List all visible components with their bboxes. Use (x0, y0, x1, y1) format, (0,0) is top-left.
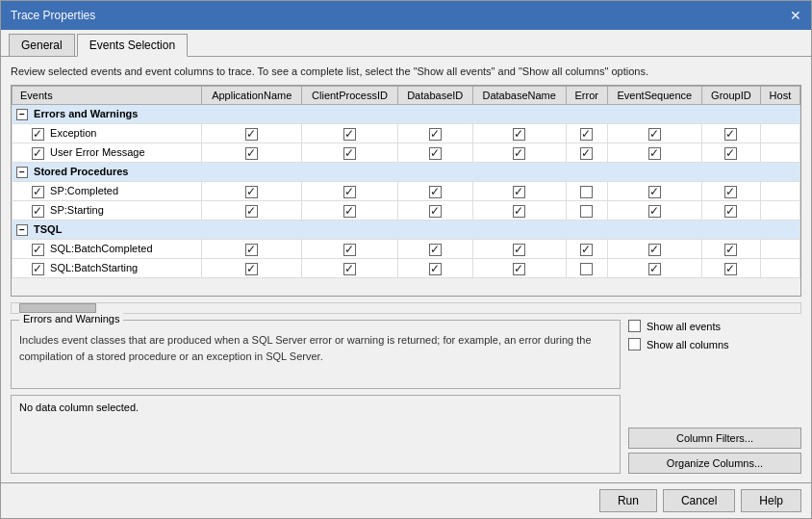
spcompleted-groupid-check[interactable] (724, 186, 737, 198)
event-usererror-check[interactable] (32, 147, 44, 160)
event-spstarting-name: SP:Starting (13, 201, 202, 221)
group-tsql-label: − TSQL (13, 221, 800, 240)
title-bar: Trace Properties ✕ (1, 1, 811, 30)
exception-error-check[interactable] (580, 128, 593, 141)
col-groupid: GroupID (702, 87, 761, 105)
exception-appname-check[interactable] (245, 128, 258, 141)
exception-clientpid-check[interactable] (343, 128, 356, 141)
show-all-columns-label: Show all columns (647, 339, 729, 350)
tab-bar: General Events Selection (1, 30, 811, 57)
group-storedproc-label: − Stored Procedures (13, 163, 800, 182)
spcompleted-clientpid-check[interactable] (343, 186, 356, 198)
scrollbar-thumb[interactable] (19, 303, 96, 313)
sqlbatchs-eventseq-check[interactable] (648, 263, 661, 275)
col-appname: ApplicationName (202, 87, 302, 105)
expand-tsql[interactable]: − (16, 224, 28, 236)
column-filters-button[interactable]: Column Filters... (628, 428, 801, 449)
exception-dbid-check[interactable] (429, 128, 442, 141)
event-spcompleted-check[interactable] (32, 186, 44, 198)
spstarting-eventseq-check[interactable] (648, 205, 661, 218)
exception-dbname-check[interactable] (513, 128, 525, 141)
event-spstarting-check[interactable] (32, 205, 44, 218)
event-spcompleted-name: SP:Completed (13, 182, 202, 201)
sqlbatchs-dbname-check[interactable] (513, 263, 525, 275)
spcompleted-error-check[interactable] (580, 186, 593, 198)
spstarting-clientpid-check[interactable] (343, 205, 356, 218)
usererror-dbid-check[interactable] (429, 147, 442, 160)
event-sqlbatchcompleted-check[interactable] (32, 244, 44, 256)
cancel-button[interactable]: Cancel (663, 489, 735, 512)
sqlbatch-dbid-check[interactable] (429, 244, 442, 256)
usererror-clientpid-check[interactable] (343, 147, 356, 160)
show-all-events-label: Show all events (647, 321, 721, 332)
sqlbatchs-groupid-check[interactable] (724, 263, 737, 275)
usererror-error-check[interactable] (580, 147, 593, 160)
sqlbatch-eventseq-check[interactable] (648, 244, 661, 256)
help-button[interactable]: Help (741, 489, 801, 512)
expand-storedproc[interactable]: − (16, 167, 28, 178)
sqlbatch-appname-check[interactable] (245, 244, 258, 256)
col-host: Host (760, 87, 799, 105)
close-button[interactable]: ✕ (790, 9, 801, 22)
trace-properties-window: Trace Properties ✕ General Events Select… (0, 0, 812, 519)
usererror-eventseq-check[interactable] (648, 147, 661, 160)
sqlbatch-groupid-check[interactable] (724, 244, 737, 256)
right-panel: Show all events Show all columns Column … (628, 320, 801, 474)
data-column-text: No data column selected. (19, 402, 139, 413)
col-error: Error (566, 87, 607, 105)
show-all-columns-checkbox[interactable] (628, 338, 641, 350)
sqlbatchs-dbid-check[interactable] (429, 263, 442, 275)
sqlbatchs-appname-check[interactable] (245, 263, 258, 275)
event-exception-check[interactable] (32, 128, 44, 141)
event-sqlbatchstarting-check[interactable] (32, 263, 44, 275)
event-usererror-name: User Error Message (13, 143, 202, 163)
show-all-columns-option: Show all columns (628, 338, 801, 350)
sqlbatch-dbname-check[interactable] (513, 244, 525, 256)
col-eventseq: EventSequence (607, 87, 701, 105)
col-events: Events (13, 87, 202, 105)
col-dbname: DatabaseName (472, 87, 566, 105)
show-all-events-checkbox[interactable] (628, 320, 641, 332)
horizontal-scrollbar[interactable] (11, 302, 801, 314)
sqlbatch-error-check[interactable] (580, 244, 593, 256)
spcompleted-appname-check[interactable] (245, 186, 258, 198)
spstarting-error-check[interactable] (580, 205, 593, 218)
events-table: Events ApplicationName ClientProcessID D… (12, 86, 800, 278)
sqlbatchs-error-check[interactable] (580, 263, 593, 275)
sqlbatch-clientpid-check[interactable] (343, 244, 356, 256)
table-row: User Error Message (13, 143, 800, 163)
action-buttons: Column Filters... Organize Columns... (628, 428, 801, 474)
spcompleted-dbid-check[interactable] (429, 186, 442, 198)
window-title: Trace Properties (11, 9, 95, 22)
expand-errors-warnings[interactable]: − (16, 109, 28, 120)
spstarting-appname-check[interactable] (245, 205, 258, 218)
table-row: SQL:BatchStarting (13, 259, 800, 278)
sqlbatchs-clientpid-check[interactable] (343, 263, 356, 275)
info-panel: Errors and Warnings Includes event class… (11, 320, 621, 474)
events-table-container[interactable]: Events ApplicationName ClientProcessID D… (11, 85, 801, 297)
show-all-events-option: Show all events (628, 320, 801, 332)
group-info-title: Errors and Warnings (19, 313, 123, 324)
exception-groupid-check[interactable] (724, 128, 737, 141)
col-dbid: DatabaseID (397, 87, 472, 105)
usererror-dbname-check[interactable] (513, 147, 525, 160)
spstarting-dbid-check[interactable] (429, 205, 442, 218)
event-sqlbatchcompleted-name: SQL:BatchCompleted (13, 240, 202, 259)
run-button[interactable]: Run (599, 489, 657, 512)
event-sqlbatchstarting-name: SQL:BatchStarting (13, 259, 202, 278)
tab-general[interactable]: General (9, 34, 75, 56)
table-row: SP:Completed (13, 182, 800, 201)
spstarting-groupid-check[interactable] (724, 205, 737, 218)
col-clientpid: ClientProcessID (302, 87, 398, 105)
spcompleted-dbname-check[interactable] (513, 186, 525, 198)
usererror-appname-check[interactable] (245, 147, 258, 160)
tab-events-selection[interactable]: Events Selection (77, 34, 188, 57)
exception-eventseq-check[interactable] (648, 128, 661, 141)
main-content: Review selected events and event columns… (1, 57, 811, 482)
bottom-area: Errors and Warnings Includes event class… (11, 320, 801, 474)
spcompleted-eventseq-check[interactable] (648, 186, 661, 198)
usererror-groupid-check[interactable] (724, 147, 737, 160)
spstarting-dbname-check[interactable] (513, 205, 525, 218)
footer: Run Cancel Help (1, 482, 811, 518)
organize-columns-button[interactable]: Organize Columns... (628, 453, 801, 474)
